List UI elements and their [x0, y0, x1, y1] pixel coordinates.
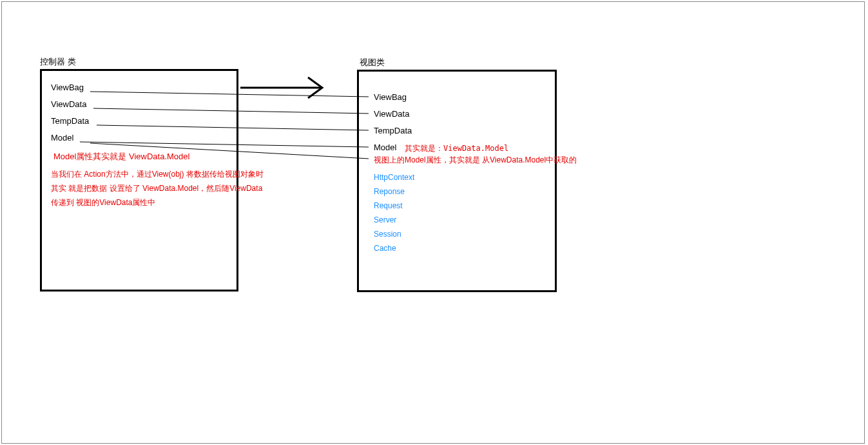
view-class-title: 视图类: [360, 57, 385, 68]
controller-note-line2: 其实 就是把数据 设置给了 ViewData.Model，然后随ViewData: [51, 183, 262, 194]
controller-note-line3: 传递到 视图的ViewData属性中: [51, 197, 155, 208]
view-prop-httpcontext: HttpContext: [374, 173, 414, 182]
view-prop-cache: Cache: [374, 244, 396, 253]
view-prop-session: Session: [374, 230, 401, 239]
view-item-viewbag: ViewBag: [374, 92, 407, 102]
view-model-inline-note: 其实就是：ViewData.Model: [405, 143, 508, 154]
view-item-viewdata: ViewData: [374, 109, 409, 119]
view-item-tempdata: TempData: [374, 126, 412, 135]
controller-item-viewdata: ViewData: [51, 99, 86, 109]
controller-item-tempdata: TempData: [51, 116, 89, 126]
view-note-model: 视图上的Model属性，其实就是 从ViewData.Model中获取的: [374, 155, 577, 166]
view-item-model: Model: [374, 143, 396, 152]
controller-item-model: Model: [51, 133, 73, 143]
controller-note-model: Model属性其实就是 ViewData.Model: [53, 151, 189, 163]
view-prop-request: Request: [374, 201, 403, 210]
controller-note-line1: 当我们在 Action方法中，通过View(obj) 将数据传给视图对象时: [51, 169, 264, 180]
view-prop-response: Reponse: [374, 187, 405, 196]
controller-class-title: 控制器 类: [40, 56, 76, 68]
view-prop-server: Server: [374, 215, 396, 224]
controller-item-viewbag: ViewBag: [51, 83, 84, 92]
